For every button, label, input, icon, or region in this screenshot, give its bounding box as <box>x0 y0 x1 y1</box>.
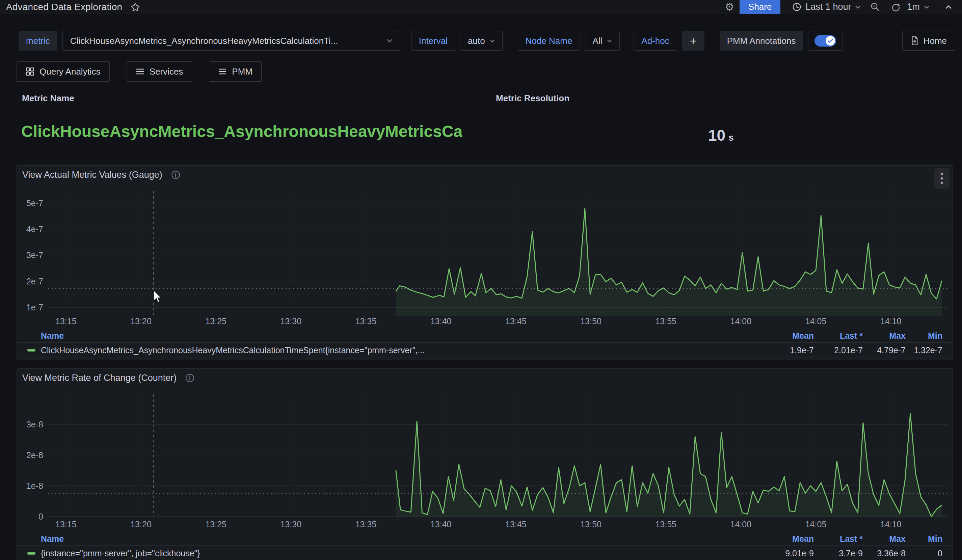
refresh-interval-label: 1m <box>907 2 920 12</box>
toggle-pill <box>815 35 836 47</box>
refresh-icon[interactable] <box>891 2 900 12</box>
metric-variable-value: ClickHouseAsyncMetrics_AsynchronousHeavy… <box>70 36 338 46</box>
time-range-picker[interactable]: Last 1 hour <box>788 2 865 12</box>
svg-text:13:35: 13:35 <box>355 317 377 326</box>
topbar-actions: ⚙ Share Last 1 hour 1m <box>719 0 957 14</box>
info-icon[interactable] <box>185 373 194 383</box>
legend-header-last[interactable]: Last * <box>814 534 863 544</box>
metric-resolution-label: Metric Resolution <box>496 93 570 103</box>
node-name-variable-dropdown[interactable]: All <box>584 31 620 51</box>
svg-text:13:25: 13:25 <box>205 317 226 326</box>
menu-lines-icon <box>218 68 227 76</box>
star-icon[interactable] <box>130 2 140 12</box>
node-name-variable-value: All <box>592 36 602 46</box>
panel-title: View Actual Metric Values (Gauge) <box>22 170 162 180</box>
panel-header[interactable]: View Actual Metric Values (Gauge) <box>17 166 952 184</box>
svg-text:13:30: 13:30 <box>281 317 302 326</box>
legend-header: Name Mean Last * Max Min <box>17 532 952 546</box>
dashboard-settings-gear-icon[interactable]: ⚙ <box>725 2 734 12</box>
add-adhoc-filter-button[interactable]: + <box>682 31 704 51</box>
legend-header-mean[interactable]: Mean <box>757 534 814 544</box>
svg-text:13:20: 13:20 <box>130 317 152 326</box>
legend-header-name[interactable]: Name <box>41 534 757 544</box>
series-color-swatch <box>27 349 36 351</box>
legend-header-name[interactable]: Name <box>41 331 757 341</box>
collapse-caret-up-icon[interactable] <box>945 5 952 9</box>
pmm-annotations-toggle[interactable] <box>808 31 843 51</box>
legend-header-last[interactable]: Last * <box>814 331 863 341</box>
svg-text:14:05: 14:05 <box>805 520 826 529</box>
series-max-value: 4.79e-7 <box>863 346 906 355</box>
svg-text:13:55: 13:55 <box>655 317 676 326</box>
legend-header: Name Mean Last * Max Min <box>17 329 952 343</box>
chevron-down-icon <box>387 39 392 42</box>
metric-variable-dropdown[interactable]: ClickHouseAsyncMetrics_AsynchronousHeavy… <box>63 31 400 51</box>
query-analytics-button[interactable]: Query Analytics <box>16 61 110 82</box>
document-icon <box>911 36 919 45</box>
clock-icon <box>792 2 801 11</box>
interval-variable-label: Interval <box>411 31 455 51</box>
quick-links-row: Query Analytics Services PMM <box>16 61 261 82</box>
legend-row[interactable]: ClickHouseAsyncMetrics_AsynchronousHeavy… <box>17 343 952 358</box>
svg-text:13:15: 13:15 <box>55 520 77 529</box>
svg-text:13:15: 13:15 <box>55 317 77 326</box>
legend-header-max[interactable]: Max <box>863 534 906 544</box>
series-min-value: 1.32e-7 <box>906 346 943 355</box>
series-mean-value: 9.01e-9 <box>757 549 814 558</box>
menu-lines-icon <box>136 68 144 76</box>
svg-text:13:45: 13:45 <box>505 520 526 529</box>
pmm-label: PMM <box>232 66 252 77</box>
svg-text:1e-7: 1e-7 <box>26 303 43 312</box>
svg-text:13:20: 13:20 <box>130 520 152 529</box>
series-min-value: 0 <box>906 549 943 558</box>
svg-text:2e-8: 2e-8 <box>26 451 43 460</box>
svg-text:4e-7: 4e-7 <box>26 224 43 234</box>
svg-text:13:35: 13:35 <box>355 520 377 529</box>
interval-variable-value: auto <box>468 36 485 46</box>
legend-header-min[interactable]: Min <box>906 534 943 544</box>
svg-text:13:25: 13:25 <box>205 520 226 529</box>
refresh-interval-dropdown[interactable]: 1m <box>906 2 933 12</box>
legend-header-max[interactable]: Max <box>863 331 906 341</box>
panel-gauge-values: View Actual Metric Values (Gauge) 13:151… <box>16 165 952 360</box>
series-mean-value: 1.9e-7 <box>757 346 814 355</box>
node-name-variable-label: Node Name <box>518 31 580 51</box>
svg-text:14:00: 14:00 <box>730 520 752 529</box>
series-last-value: 3.7e-9 <box>814 549 863 558</box>
resolution-number: 10 <box>708 126 725 144</box>
svg-text:13:55: 13:55 <box>655 520 676 529</box>
legend-header-min[interactable]: Min <box>906 331 943 341</box>
series-last-value: 2.01e-7 <box>814 346 863 355</box>
interval-variable-dropdown[interactable]: auto <box>460 31 503 51</box>
panel-header[interactable]: View Metric Rate of Change (Counter) <box>17 369 952 387</box>
info-icon[interactable] <box>171 171 180 179</box>
chevron-down-icon <box>924 5 929 9</box>
metric-name-label: Metric Name <box>22 93 74 103</box>
share-button[interactable]: Share <box>739 0 780 14</box>
services-button[interactable]: Services <box>127 61 192 82</box>
gauge-values-chart[interactable]: 13:1513:2013:2513:3013:3513:4013:4513:50… <box>17 184 952 329</box>
svg-text:14:10: 14:10 <box>880 520 902 529</box>
rate-of-change-chart[interactable]: 13:1513:2013:2513:3013:3513:4013:4513:50… <box>17 387 952 532</box>
legend-row[interactable]: {instance="pmm-server", job="clickhouse"… <box>17 546 952 560</box>
series-name[interactable]: ClickHouseAsyncMetrics_AsynchronousHeavy… <box>41 346 757 355</box>
filters-spacer <box>843 31 902 51</box>
series-name[interactable]: {instance="pmm-server", job="clickhouse"… <box>41 549 757 558</box>
svg-text:13:40: 13:40 <box>430 520 452 529</box>
svg-text:0: 0 <box>39 512 43 521</box>
adhoc-filter-label: Ad-hoc <box>634 31 677 51</box>
chevron-down-icon <box>607 39 612 42</box>
query-analytics-label: Query Analytics <box>39 66 100 77</box>
svg-text:13:45: 13:45 <box>505 317 526 326</box>
pmm-annotations-label: PMM Annotations <box>720 31 803 51</box>
chevron-down-icon <box>855 5 860 9</box>
grid-icon <box>26 67 34 76</box>
svg-text:13:30: 13:30 <box>281 520 302 529</box>
svg-text:13:50: 13:50 <box>580 317 602 326</box>
home-button[interactable]: Home <box>902 31 955 51</box>
svg-text:14:00: 14:00 <box>730 317 752 326</box>
divider <box>936 0 936 14</box>
legend-header-mean[interactable]: Mean <box>757 331 814 341</box>
zoom-out-icon[interactable] <box>870 2 880 12</box>
pmm-button[interactable]: PMM <box>209 61 261 82</box>
